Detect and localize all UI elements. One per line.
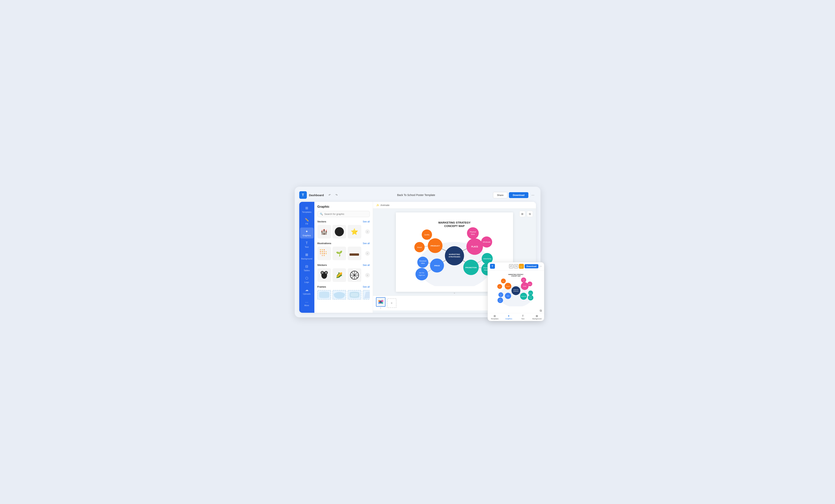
- svg-text:PRODUCT: PRODUCT: [506, 286, 510, 287]
- premium-icon: 👑: [519, 264, 524, 269]
- graphic-panel: Graphic 🔍 Vectors See all 🏰 ⭐ ›: [314, 202, 373, 313]
- fill-icon: ✏️: [305, 218, 309, 222]
- duplicate-button[interactable]: ⧉: [527, 211, 533, 217]
- svg-point-12: [324, 255, 325, 256]
- graphic-panel-title: Graphic: [318, 205, 370, 209]
- svg-point-0: [320, 249, 321, 250]
- svg-text:CONCEPT MAP: CONCEPT MAP: [511, 275, 521, 277]
- add-page-button[interactable]: +: [387, 298, 396, 308]
- frames-see-all[interactable]: See all: [363, 286, 370, 288]
- vectors-next-arrow[interactable]: ›: [365, 229, 370, 234]
- svg-text:MARKETING: MARKETING: [513, 289, 518, 290]
- mobile-nav-templates[interactable]: ⊞ Templates: [488, 314, 502, 320]
- mobile-label-text: Text: [521, 318, 524, 320]
- redo-button[interactable]: ↷: [334, 192, 339, 198]
- sidebar-item-tables[interactable]: ⊟ Tables: [300, 262, 313, 273]
- mobile-label-graphics: Graphics: [505, 318, 512, 320]
- illustration-bar[interactable]: [348, 247, 361, 260]
- vectors-see-all[interactable]: See all: [363, 220, 370, 223]
- mobile-redo-button[interactable]: ↷: [514, 264, 518, 268]
- vector-castle[interactable]: 🏰: [318, 225, 331, 238]
- sidebar-item-logo[interactable]: ⬡ Logo: [300, 274, 313, 285]
- sticker-mouse[interactable]: [318, 268, 331, 282]
- svg-text:Value: Value: [421, 262, 425, 264]
- mobile-label-background: Background: [532, 318, 542, 320]
- undo-button[interactable]: ↶: [327, 192, 332, 198]
- svg-text:Perceived: Perceived: [500, 294, 502, 295]
- more-button[interactable]: ⋯: [530, 192, 536, 198]
- mobile-more-button[interactable]: ⋯: [539, 265, 542, 268]
- illustrations-see-all[interactable]: See all: [363, 242, 370, 245]
- canvas-controls-top: ⊞ ⧉: [519, 211, 533, 217]
- svg-text:PROMOTION: PROMOTION: [465, 267, 476, 269]
- animate-bar: ✨ Animate: [373, 202, 536, 209]
- pages-icon[interactable]: ⧉: [540, 309, 542, 312]
- svg-text:PLACE: PLACE: [471, 246, 478, 248]
- mobile-undo-button[interactable]: ↶: [509, 264, 513, 268]
- sidebar-item-background[interactable]: ⊠ Background: [300, 251, 313, 262]
- mobile-label-templates: Templates: [491, 318, 498, 320]
- svg-text:STRATEGIES: STRATEGIES: [513, 291, 518, 292]
- frame-2[interactable]: [332, 290, 346, 299]
- stickers-see-all[interactable]: See all: [363, 264, 370, 267]
- sticker-corn[interactable]: 🌽: [332, 268, 346, 282]
- mobile-nav-graphics[interactable]: ✦ Graphics: [502, 314, 516, 320]
- sidebar-item-uploads[interactable]: ☁ Uploads: [300, 286, 313, 297]
- vector-circle[interactable]: [332, 225, 346, 238]
- sidebar-label-more: More: [304, 304, 309, 307]
- share-button[interactable]: Share: [493, 192, 508, 198]
- stickers-next-arrow[interactable]: ›: [365, 273, 370, 277]
- svg-text:Advertising: Advertising: [483, 258, 491, 260]
- mobile-nav-background[interactable]: ⊠ Background: [530, 314, 544, 320]
- mobile-download-button[interactable]: Download: [525, 264, 538, 268]
- sidebar-label-tables: Tables: [304, 269, 310, 272]
- dashboard-label: Dashboard: [309, 193, 324, 197]
- search-bar: 🔍: [318, 211, 370, 217]
- svg-point-73: [378, 300, 380, 302]
- stickers-title: Stickers: [318, 264, 327, 267]
- frame-3[interactable]: [348, 290, 361, 299]
- illustration-dots[interactable]: [318, 247, 331, 260]
- sidebar-item-templates[interactable]: ⊞ Templates: [300, 204, 313, 215]
- illustration-plant[interactable]: 🌱: [332, 247, 346, 260]
- vectors-section-header: Vectors See all: [318, 220, 370, 223]
- frame-1[interactable]: [318, 290, 331, 299]
- sidebar-item-fill[interactable]: ✏️ Fill: [300, 216, 313, 227]
- top-bar: T Dashboard ↶ ↷ Back To School Poster Te…: [299, 191, 536, 199]
- uploads-icon: ☁: [305, 288, 308, 292]
- mobile-background-icon: ⊠: [536, 314, 538, 317]
- document-title: Back To School Poster Template: [397, 193, 435, 196]
- svg-point-6: [326, 251, 327, 252]
- svg-text:Physical: Physical: [470, 231, 476, 233]
- tables-icon: ⊟: [305, 265, 308, 269]
- svg-text:Brand: Brand: [499, 287, 501, 287]
- download-button[interactable]: Download: [509, 192, 528, 198]
- svg-text:MARKETING STRATEGY: MARKETING STRATEGY: [508, 274, 524, 275]
- add-slide-button[interactable]: ⊞: [519, 211, 525, 217]
- main-container: T Dashboard ↶ ↷ Back To School Poster Te…: [295, 187, 541, 317]
- sidebar-nav: ⊞ Templates ✏️ Fill ✦ Graphics T Text ⊠ …: [299, 202, 314, 313]
- svg-text:High/Low: High/Low: [499, 301, 502, 301]
- search-input[interactable]: [324, 213, 367, 215]
- vectors-grid: 🏰 ⭐ ›: [318, 225, 370, 238]
- svg-point-74: [381, 300, 383, 302]
- frames-section-header: Frames See all: [318, 285, 370, 288]
- svg-point-5: [324, 251, 325, 252]
- animate-label[interactable]: Animate: [381, 204, 390, 207]
- vector-star[interactable]: ⭐: [348, 225, 361, 238]
- mobile-nav-text[interactable]: T Text: [516, 314, 530, 320]
- sidebar-item-graphics[interactable]: ✦ Graphics: [300, 228, 313, 238]
- history-actions: ↶ ↷: [327, 192, 339, 198]
- sticker-wheel[interactable]: [348, 268, 361, 282]
- sidebar-item-more[interactable]: … More: [300, 298, 313, 309]
- illustrations-next-arrow[interactable]: ›: [365, 251, 370, 256]
- sidebar-item-text[interactable]: T Text: [300, 239, 313, 250]
- frame-4[interactable]: [363, 290, 370, 299]
- mobile-top-bar: T ↶ ↷ 👑 Download ⋯: [488, 262, 544, 270]
- page-thumbnail-1[interactable]: [376, 297, 385, 307]
- svg-text:Quality: Quality: [502, 281, 504, 282]
- svg-text:Promotional: Promotional: [529, 296, 532, 297]
- mobile-text-icon: T: [522, 314, 524, 317]
- sidebar-label-logo: Logo: [304, 281, 309, 283]
- svg-text:PRODUCT: PRODUCT: [430, 245, 440, 247]
